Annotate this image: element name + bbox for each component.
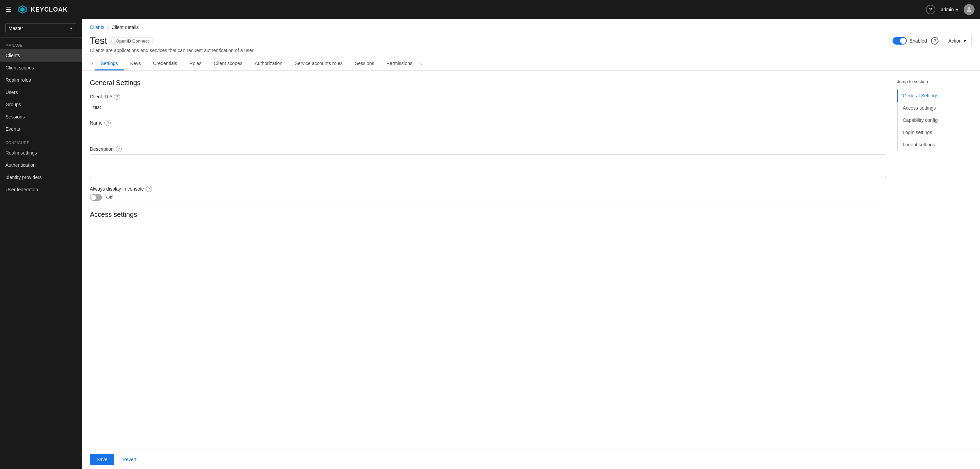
general-settings-title: General Settings <box>90 79 886 87</box>
always-display-toggle[interactable] <box>90 194 102 201</box>
sidebar-item-events[interactable]: Events <box>0 123 82 135</box>
name-field: Name ? <box>90 120 886 139</box>
jump-to-section: Jump to section General Settings Access … <box>897 79 972 442</box>
help-button[interactable]: ? <box>926 5 935 14</box>
sidebar-item-label: User federation <box>5 187 38 192</box>
form-main: General Settings Client ID * ? Name ? <box>90 79 886 442</box>
tab-sessions[interactable]: Sessions <box>349 57 380 70</box>
avatar[interactable] <box>964 4 975 15</box>
sidebar-item-groups[interactable]: Groups <box>0 99 82 111</box>
sidebar-item-identity-providers[interactable]: Identity providers <box>0 171 82 183</box>
action-label: Action <box>948 38 962 44</box>
svg-point-3 <box>968 7 970 10</box>
save-button[interactable]: Save <box>90 454 115 465</box>
client-id-label: Client ID * ? <box>90 94 886 100</box>
breadcrumb: Clients › Client details <box>82 19 980 30</box>
logo: KEYCLOAK <box>17 4 68 15</box>
sidebar-item-label: Groups <box>5 102 21 107</box>
page-title: Test <box>90 35 107 46</box>
sidebar-item-label: Realm settings <box>5 150 37 156</box>
access-settings-title: Access settings <box>90 208 886 218</box>
sidebar-item-label: Sessions <box>5 114 25 119</box>
page-header-actions: Enabled ? Action ▾ <box>892 36 972 46</box>
realm-selector[interactable]: Master <box>0 19 82 38</box>
sidebar: Master Manage Clients Client scopes Real… <box>0 19 82 469</box>
tab-client-scopes[interactable]: Client scopes <box>208 57 248 70</box>
app-name: KEYCLOAK <box>30 6 68 13</box>
description-help-icon[interactable]: ? <box>116 146 122 152</box>
hamburger-icon[interactable]: ☰ <box>5 5 11 14</box>
sidebar-item-label: Identity providers <box>5 175 42 180</box>
description-field: Description ? <box>90 146 886 179</box>
sidebar-item-client-scopes[interactable]: Client scopes <box>0 62 82 74</box>
form-layout: General Settings Client ID * ? Name ? <box>82 71 980 450</box>
sidebar-item-authentication[interactable]: Authentication <box>0 159 82 171</box>
jump-link-logout-settings[interactable]: Logout settings <box>897 138 972 151</box>
jump-link-capability-config[interactable]: Capability config <box>897 114 972 126</box>
sidebar-item-user-federation[interactable]: User federation <box>0 183 82 196</box>
navbar-right: ? admin ▾ <box>926 4 975 15</box>
navbar: ☰ KEYCLOAK ? admin ▾ <box>0 0 980 19</box>
tab-keys[interactable]: Keys <box>124 57 147 70</box>
enabled-toggle[interactable] <box>892 37 907 45</box>
page-subtitle: Clients are applications and services th… <box>82 46 980 53</box>
page-header: Test OpenID Connect Enabled ? Action ▾ <box>82 30 980 46</box>
tab-roles[interactable]: Roles <box>183 57 208 70</box>
sidebar-item-label: Users <box>5 89 18 95</box>
tab-permissions[interactable]: Permissions <box>380 57 418 70</box>
openid-connect-badge: OpenID Connect <box>111 37 153 45</box>
always-display-field: Always display in console ? Off <box>90 186 886 201</box>
action-button[interactable]: Action ▾ <box>943 36 972 46</box>
always-display-help-icon[interactable]: ? <box>146 186 152 192</box>
enabled-label: Enabled <box>910 38 927 44</box>
client-id-help-icon[interactable]: ? <box>114 94 120 100</box>
name-input[interactable] <box>90 128 886 139</box>
sidebar-item-realm-settings[interactable]: Realm settings <box>0 147 82 159</box>
main-layout: Master Manage Clients Client scopes Real… <box>0 19 980 469</box>
client-id-input[interactable] <box>90 102 886 113</box>
breadcrumb-separator: › <box>107 24 109 30</box>
sidebar-item-clients[interactable]: Clients <box>0 49 82 62</box>
revert-button[interactable]: Revert <box>118 454 140 465</box>
name-help-icon[interactable]: ? <box>105 120 111 126</box>
sidebar-item-label: Authentication <box>5 162 36 168</box>
always-display-label: Always display in console ? <box>90 186 886 192</box>
action-dropdown-icon: ▾ <box>964 38 966 44</box>
save-bar: Save Revert <box>82 450 980 469</box>
tabs-next-button[interactable]: › <box>418 57 423 70</box>
user-dropdown-icon: ▾ <box>956 7 958 12</box>
sidebar-item-realm-roles[interactable]: Realm roles <box>0 74 82 86</box>
manage-section-label: Manage <box>0 38 82 49</box>
breadcrumb-clients-link[interactable]: Clients <box>90 24 105 30</box>
enabled-toggle-wrapper: Enabled <box>892 37 927 45</box>
content-area: Clients › Client details Test OpenID Con… <box>82 19 980 469</box>
tab-settings[interactable]: Settings <box>95 57 124 70</box>
tab-service-accounts-roles[interactable]: Service accounts roles <box>288 57 349 70</box>
description-label: Description ? <box>90 146 886 152</box>
jump-links-list: General Settings Access settings Capabil… <box>897 89 972 151</box>
user-menu[interactable]: admin ▾ <box>941 7 958 12</box>
jump-link-login-settings[interactable]: Login settings <box>897 126 972 138</box>
page-help-icon[interactable]: ? <box>931 37 939 45</box>
breadcrumb-current: Client details <box>111 24 138 30</box>
user-name: admin <box>941 7 954 12</box>
realm-select[interactable]: Master <box>5 23 76 33</box>
description-input[interactable] <box>90 154 886 178</box>
jump-link-access-settings[interactable]: Access settings <box>897 102 972 114</box>
sidebar-item-sessions[interactable]: Sessions <box>0 111 82 123</box>
name-label: Name ? <box>90 120 886 126</box>
jump-section-title: Jump to section <box>897 79 972 84</box>
keycloak-logo-icon <box>17 4 28 15</box>
configure-section-label: Configure <box>0 135 82 147</box>
sidebar-item-label: Clients <box>5 53 20 58</box>
tabs-prev-button[interactable]: ‹ <box>90 57 95 70</box>
jump-link-general-settings[interactable]: General Settings <box>897 89 972 102</box>
tab-authorization[interactable]: Authorization <box>248 57 288 70</box>
sidebar-item-users[interactable]: Users <box>0 86 82 99</box>
client-id-field: Client ID * ? <box>90 94 886 113</box>
sidebar-item-label: Events <box>5 126 20 132</box>
sidebar-item-label: Realm roles <box>5 77 31 83</box>
sidebar-item-label: Client scopes <box>5 65 34 70</box>
tab-credentials[interactable]: Credentials <box>147 57 183 70</box>
always-display-off-label: Off <box>106 195 112 200</box>
